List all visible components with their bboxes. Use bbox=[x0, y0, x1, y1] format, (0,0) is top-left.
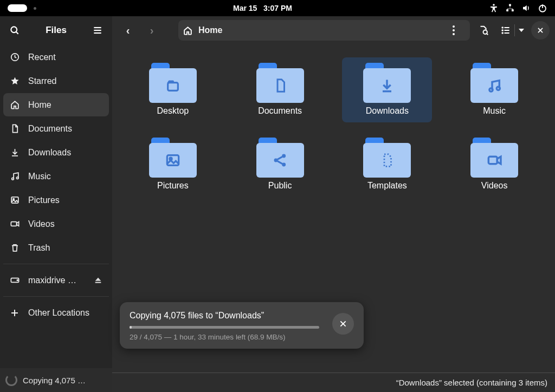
system-top-bar: Mar 15 3:07 PM bbox=[0, 0, 555, 16]
music-icon bbox=[10, 171, 21, 181]
svg-point-18 bbox=[17, 280, 18, 281]
forward-button[interactable]: › bbox=[141, 20, 162, 41]
svg-rect-19 bbox=[95, 282, 101, 283]
sidebar-item-label: Documents bbox=[28, 124, 72, 134]
folder-label: Pictures bbox=[157, 181, 189, 191]
folder-templates[interactable]: Templates bbox=[342, 132, 432, 197]
svg-rect-2 bbox=[506, 9, 508, 11]
svg-rect-1 bbox=[509, 4, 511, 6]
folder-label: Music bbox=[483, 106, 506, 116]
sidebar-item-label: Downloads bbox=[28, 148, 71, 158]
folder-pictures[interactable]: Pictures bbox=[128, 132, 218, 197]
home-icon bbox=[183, 25, 193, 36]
app-title: Files bbox=[46, 25, 67, 36]
sidebar-item-videos[interactable]: Videos bbox=[3, 212, 109, 236]
sidebar-search-button[interactable] bbox=[4, 21, 25, 40]
sidebar-item-starred[interactable]: Starred bbox=[3, 69, 109, 93]
folder-documents[interactable]: Documents bbox=[235, 57, 325, 122]
svg-point-37 bbox=[496, 87, 500, 90]
clock-icon bbox=[10, 52, 21, 62]
drive-icon bbox=[10, 275, 21, 285]
svg-point-36 bbox=[489, 88, 493, 92]
toast-subtitle: 29 / 4,075 — 1 hour, 33 minutes left (68… bbox=[130, 333, 327, 341]
network-icon[interactable] bbox=[505, 3, 515, 13]
folder-desktop[interactable]: Desktop bbox=[128, 57, 218, 122]
svg-point-0 bbox=[493, 4, 495, 6]
spinner-icon bbox=[5, 374, 17, 386]
toast-progress-bar bbox=[130, 326, 319, 329]
svg-point-24 bbox=[453, 33, 455, 35]
toast-close-button[interactable] bbox=[332, 313, 354, 335]
folder-icon bbox=[470, 63, 518, 103]
sidebar-item-music[interactable]: Music bbox=[3, 165, 109, 188]
sidebar-item-home[interactable]: Home bbox=[3, 93, 109, 116]
svg-point-23 bbox=[453, 29, 455, 31]
path-bar[interactable]: Home bbox=[178, 20, 470, 41]
star-icon bbox=[10, 76, 21, 86]
sidebar-drive-item[interactable]: maxidrive … bbox=[3, 269, 109, 292]
toolbar: ‹ › Home bbox=[112, 16, 555, 44]
sidebar-progress-summary[interactable]: Copying 4,075 … bbox=[0, 368, 112, 392]
svg-line-26 bbox=[487, 34, 488, 35]
sidebar-item-pictures[interactable]: Pictures bbox=[3, 188, 109, 212]
folder-music[interactable]: Music bbox=[449, 57, 539, 122]
progress-toast: Copying 4,075 files to “Downloads” 29 / … bbox=[120, 302, 364, 349]
accessibility-icon[interactable] bbox=[489, 3, 499, 13]
svg-rect-16 bbox=[11, 222, 16, 226]
folder-videos[interactable]: Videos bbox=[449, 132, 539, 197]
search-button[interactable] bbox=[473, 20, 494, 41]
sidebar: Files Recent Starred Home Documents Down… bbox=[0, 16, 112, 392]
folder-label: Public bbox=[268, 181, 292, 191]
sidebar-item-recent[interactable]: Recent bbox=[3, 45, 109, 69]
home-icon bbox=[10, 100, 21, 110]
sidebar-item-label: maxidrive … bbox=[28, 276, 76, 285]
activities-indicator[interactable] bbox=[8, 4, 27, 12]
svg-point-29 bbox=[502, 30, 503, 31]
folder-icon bbox=[363, 63, 411, 103]
sidebar-item-documents[interactable]: Documents bbox=[3, 117, 109, 140]
doc-icon bbox=[10, 123, 21, 134]
folder-label: Documents bbox=[258, 106, 302, 116]
eject-icon[interactable] bbox=[94, 276, 102, 285]
status-bar: “Downloads” selected (containing 3 items… bbox=[112, 373, 555, 392]
folder-icon bbox=[470, 138, 518, 178]
sidebar-item-label: Recent bbox=[28, 53, 56, 62]
power-icon[interactable] bbox=[538, 3, 547, 13]
plus-icon bbox=[10, 308, 21, 318]
folder-icon bbox=[149, 138, 197, 178]
svg-point-13 bbox=[16, 177, 18, 179]
svg-rect-38 bbox=[167, 155, 178, 166]
svg-line-7 bbox=[16, 32, 18, 34]
clock[interactable]: Mar 15 3:07 PM bbox=[36, 4, 489, 12]
sidebar-item-label: Videos bbox=[28, 219, 55, 229]
folder-icon bbox=[256, 138, 304, 178]
svg-point-22 bbox=[453, 25, 455, 28]
back-button[interactable]: ‹ bbox=[118, 20, 138, 41]
sidebar-item-label: Home bbox=[28, 100, 51, 110]
folder-public[interactable]: Public bbox=[235, 132, 325, 197]
sidebar-item-label: Trash bbox=[28, 243, 50, 253]
view-options-button[interactable] bbox=[515, 20, 528, 41]
folder-label: Videos bbox=[481, 181, 508, 191]
svg-point-12 bbox=[12, 178, 14, 180]
svg-rect-3 bbox=[512, 9, 514, 11]
sidebar-other-locations[interactable]: Other Locations bbox=[3, 301, 109, 324]
trash-icon bbox=[10, 243, 21, 253]
hamburger-menu-button[interactable] bbox=[87, 21, 108, 40]
sidebar-item-downloads[interactable]: Downloads bbox=[3, 141, 109, 164]
sidebar-item-label: Starred bbox=[28, 76, 56, 86]
list-view-button[interactable] bbox=[497, 20, 514, 41]
close-button[interactable] bbox=[531, 21, 550, 40]
sidebar-item-label: Other Locations bbox=[28, 308, 89, 318]
svg-rect-43 bbox=[488, 156, 497, 164]
sidebar-item-trash[interactable]: Trash bbox=[3, 236, 109, 259]
folder-icon bbox=[149, 63, 197, 103]
path-menu-button[interactable] bbox=[453, 25, 466, 35]
volume-icon[interactable] bbox=[521, 3, 531, 13]
folder-downloads[interactable]: Downloads bbox=[342, 57, 432, 122]
path-label: Home bbox=[198, 25, 222, 35]
toast-title: Copying 4,075 files to “Downloads” bbox=[130, 311, 327, 321]
sidebar-item-label: Music bbox=[28, 172, 51, 181]
sidebar-item-label: Pictures bbox=[28, 195, 60, 205]
status-text: “Downloads” selected (containing 3 items… bbox=[396, 378, 547, 387]
